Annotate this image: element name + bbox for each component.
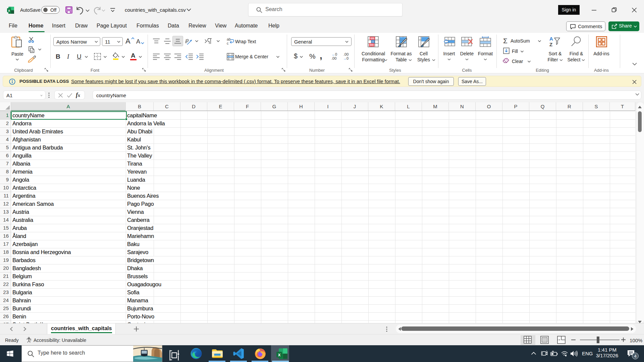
svg-text:0: 0 bbox=[346, 56, 348, 60]
svg-text:.00: .00 bbox=[343, 52, 348, 56]
svg-text:A: A bbox=[549, 36, 553, 42]
svg-text:.00: .00 bbox=[331, 56, 336, 60]
svg-text:x: x bbox=[8, 9, 10, 12]
svg-text:x: x bbox=[278, 352, 281, 357]
svg-text:ab: ab bbox=[185, 37, 190, 44]
svg-text:Z: Z bbox=[549, 42, 552, 47]
svg-text:?: ? bbox=[30, 339, 31, 342]
svg-text:ab: ab bbox=[227, 38, 231, 41]
svg-text:c: c bbox=[227, 41, 229, 45]
svg-text:0: 0 bbox=[335, 52, 337, 56]
